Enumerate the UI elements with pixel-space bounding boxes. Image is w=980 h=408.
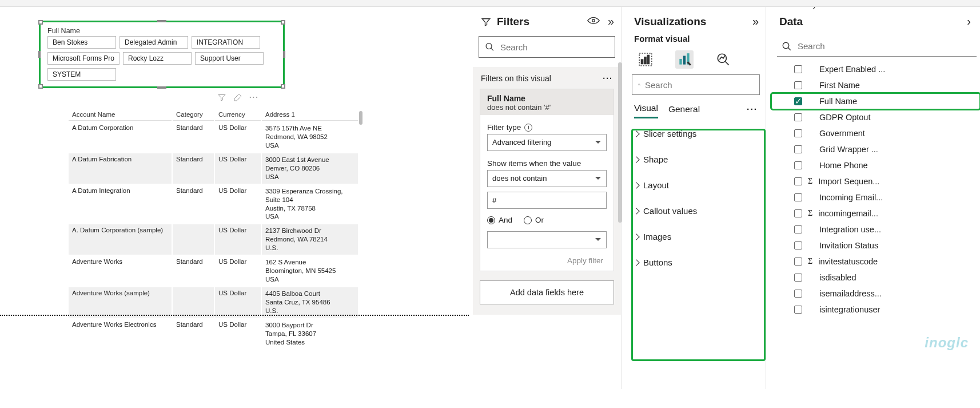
checkbox[interactable] — [794, 145, 802, 153]
format-search[interactable] — [632, 74, 760, 95]
more-icon[interactable]: ··· — [249, 93, 259, 104]
format-group[interactable]: Shape — [630, 146, 762, 172]
search-input[interactable] — [798, 41, 972, 51]
field-item[interactable]: Σinvitestatuscode — [771, 253, 980, 270]
radio-or[interactable]: Or — [524, 216, 544, 224]
collapse-icon[interactable]: » — [752, 15, 759, 28]
more-icon[interactable]: ··· — [603, 74, 613, 83]
field-item[interactable]: Grid Wrapper ... — [771, 141, 980, 157]
filter-type-label: Filter type — [487, 123, 521, 132]
checkbox[interactable]: ✓ — [794, 97, 802, 105]
checkbox[interactable] — [794, 241, 802, 249]
col-header[interactable]: Currency — [215, 109, 261, 121]
field-item[interactable]: First Name — [771, 77, 980, 93]
search-input[interactable] — [500, 42, 609, 52]
filter-icon[interactable] — [217, 93, 226, 104]
checkbox[interactable] — [794, 129, 802, 137]
build-visual-icon[interactable] — [636, 50, 655, 69]
checkbox[interactable] — [794, 258, 802, 266]
checkbox[interactable] — [794, 225, 802, 233]
field-item[interactable]: Invitation Status — [771, 237, 980, 253]
checkbox[interactable] — [794, 113, 802, 121]
format-group[interactable]: Images — [630, 224, 762, 249]
format-group[interactable]: Buttons — [630, 249, 762, 275]
format-visual-icon[interactable] — [675, 50, 694, 69]
apply-filter-button[interactable]: Apply filter — [487, 256, 607, 265]
info-icon[interactable]: i — [524, 124, 532, 132]
slicer-item[interactable]: Delegated Admin — [119, 36, 188, 49]
eraser-icon[interactable] — [233, 93, 242, 104]
checkbox[interactable] — [794, 193, 802, 201]
data-search[interactable] — [777, 36, 977, 57]
checkbox[interactable] — [794, 65, 802, 73]
slicer-item[interactable]: Ben Stokes — [47, 36, 116, 49]
checkbox[interactable] — [794, 81, 802, 89]
table-row[interactable]: A Datum IntegrationStandardUS Dollar3309… — [69, 185, 358, 224]
resize-handle[interactable] — [281, 20, 285, 25]
condition2-select[interactable] — [487, 231, 607, 248]
field-item[interactable]: isemailaddress... — [771, 286, 980, 302]
field-item[interactable]: isintegrationuser — [771, 302, 980, 318]
resize-handle[interactable] — [38, 84, 43, 89]
slicer-item[interactable]: SYSTEM — [47, 68, 116, 81]
resize-handle[interactable] — [38, 51, 41, 58]
slicer-item[interactable]: Microsoft Forms Pro — [47, 52, 119, 65]
format-group[interactable]: Callout values — [630, 198, 762, 224]
table-row[interactable]: A Datum FabricationStandardUS Dollar3000… — [69, 153, 358, 184]
checkbox[interactable] — [794, 161, 802, 169]
checkbox[interactable] — [794, 209, 802, 217]
slicer-item[interactable]: Rocky Lozz — [123, 52, 192, 65]
field-item[interactable]: Integration use... — [771, 221, 980, 237]
table-row[interactable]: Adventure Works ElectronicsStandardUS Do… — [69, 319, 358, 349]
resize-handle[interactable] — [157, 86, 166, 89]
tab-general[interactable]: General — [668, 101, 700, 118]
field-item[interactable]: Incoming Email... — [771, 189, 980, 205]
field-item[interactable]: ✓Full Name — [771, 93, 980, 109]
col-header[interactable]: Account Name — [69, 109, 172, 121]
condition-select[interactable]: does not contain — [487, 170, 607, 187]
search-input[interactable] — [645, 80, 754, 90]
table-row[interactable]: Adventure Works (sample)US Dollar4405 Ba… — [69, 287, 358, 318]
eye-icon[interactable] — [587, 17, 600, 26]
filter-card[interactable]: Full Name does not contain '#' Filter ty… — [480, 89, 614, 271]
add-data-fields-drop[interactable]: Add data fields here — [480, 280, 614, 304]
filter-type-select[interactable]: Advanced filtering — [487, 134, 607, 151]
table-row[interactable]: Adventure WorksStandardUS Dollar162 S Av… — [69, 256, 358, 286]
field-item[interactable]: isdisabled — [771, 270, 980, 286]
collapse-icon[interactable]: » — [608, 15, 614, 28]
field-item[interactable]: Home Phone — [771, 157, 980, 173]
report-canvas[interactable]: Full Name Ben Stokes Delegated Admin INT… — [0, 7, 469, 388]
field-item[interactable]: Government — [771, 125, 980, 141]
field-item[interactable]: Expert Enabled ... — [771, 61, 980, 77]
analytics-icon[interactable] — [714, 50, 732, 69]
collapse-icon[interactable]: › — [967, 15, 971, 28]
col-header[interactable]: Category — [173, 109, 214, 121]
table-visual[interactable]: Account Name Category Currency Address 1… — [67, 108, 359, 350]
format-group[interactable]: Layout — [630, 172, 762, 198]
checkbox[interactable] — [794, 306, 802, 314]
resize-handle[interactable] — [38, 20, 43, 25]
filters-search[interactable] — [479, 36, 615, 58]
slicer-item[interactable]: INTEGRATION — [192, 36, 260, 49]
field-item[interactable]: Σincomingemail... — [771, 205, 980, 221]
field-item[interactable]: ΣImport Sequen... — [771, 173, 980, 189]
radio-and[interactable]: And — [487, 216, 512, 224]
checkbox[interactable] — [794, 274, 802, 282]
table-row[interactable]: A. Datum Corporation (sample)US Dollar21… — [69, 224, 358, 255]
slicer-visual[interactable]: Full Name Ben Stokes Delegated Admin INT… — [39, 21, 285, 88]
resize-handle[interactable] — [157, 20, 166, 22]
scrollbar[interactable] — [359, 111, 362, 125]
checkbox[interactable] — [794, 290, 802, 298]
resize-handle[interactable] — [283, 51, 285, 58]
more-icon[interactable]: ··· — [747, 104, 758, 114]
field-item[interactable]: GDPR Optout — [771, 109, 980, 125]
condition-value-input[interactable] — [487, 192, 607, 209]
scrollbar[interactable] — [618, 62, 622, 223]
slicer-item[interactable]: Support User — [195, 52, 264, 65]
format-group[interactable]: Slicer settings — [630, 121, 762, 146]
tab-visual[interactable]: Visual — [634, 100, 658, 118]
table-row[interactable]: A Datum CorporationStandardUS Dollar3575… — [69, 122, 358, 152]
col-header[interactable]: Address 1 — [262, 109, 358, 121]
checkbox[interactable] — [794, 177, 802, 185]
resize-handle[interactable] — [281, 84, 285, 89]
